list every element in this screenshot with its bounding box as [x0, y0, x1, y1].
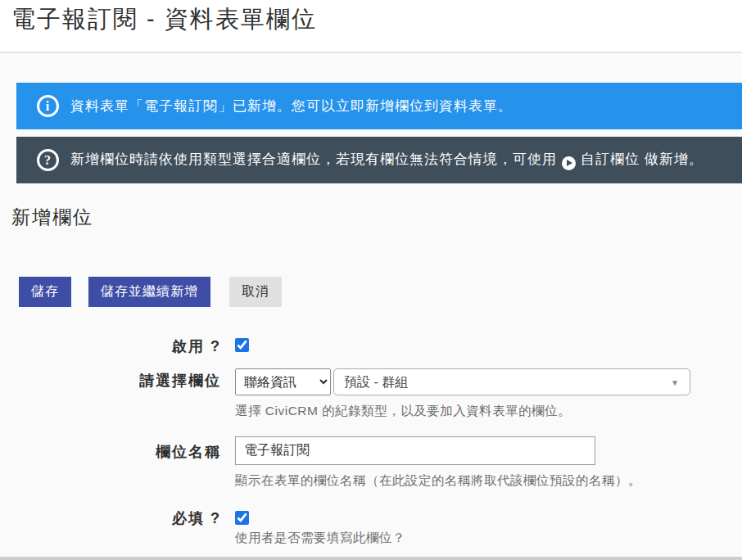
help-text-after: 做新增。 — [645, 151, 704, 167]
field-name-input[interactable] — [235, 436, 595, 465]
field-name-help: 顯示在表單的欄位名稱（在此設定的名稱將取代該欄位預設的名稱）。 — [235, 472, 641, 490]
required-checkbox[interactable] — [235, 511, 249, 525]
chevron-down-icon: ▼ — [671, 369, 679, 396]
help-message-text: 新增欄位時請依使用類型選擇合適欄位，若現有欄位無法符合情境，可使用自訂欄位做新增… — [70, 150, 704, 170]
field-select-help: 選擇 CiviCRM 的紀錄類型，以及要加入資料表單的欄位。 — [235, 403, 571, 420]
help-text-before: 新增欄位時請依使用類型選擇合適欄位，若現有欄位無法符合情境，可使用 — [70, 151, 557, 167]
field-select-label: 請選擇欄位 — [0, 371, 221, 391]
status-message-banner: i 資料表單「電子報訂閱」已新增。您可以立即新增欄位到資料表單。 — [16, 83, 742, 129]
info-circle-icon: i — [37, 95, 59, 117]
field-select-dropdown[interactable]: 預設 - 群組 ▼ — [333, 368, 690, 395]
required-help: 使用者是否需要填寫此欄位？ — [235, 530, 405, 547]
save-and-new-button[interactable]: 儲存並繼續新增 — [88, 277, 210, 307]
field-select-value: 預設 - 群組 — [344, 375, 408, 389]
page-header: 電子報訂閱 - 資料表單欄位 — [0, 0, 742, 53]
enabled-label: 啟用 ? — [0, 336, 221, 356]
form-actions-toolbar: 儲存 儲存並繼續新增 取消 — [19, 277, 282, 307]
bottom-divider — [0, 557, 742, 560]
save-button[interactable]: 儲存 — [19, 277, 71, 307]
question-circle-icon: ? — [37, 149, 59, 171]
enabled-checkbox[interactable] — [235, 338, 249, 352]
page-title: 電子報訂閱 - 資料表單欄位 — [11, 2, 317, 36]
cancel-button[interactable]: 取消 — [229, 277, 282, 307]
profile-field-page: 電子報訂閱 - 資料表單欄位 i 資料表單「電子報訂閱」已新增。您可以立即新增欄… — [0, 0, 742, 560]
field-name-label: 欄位名稱 — [0, 442, 221, 462]
required-label: 必填 ? — [0, 508, 221, 528]
status-message-text: 資料表單「電子報訂閱」已新增。您可以立即新增欄位到資料表單。 — [70, 97, 513, 115]
record-type-select[interactable]: 聯絡資訊 — [235, 368, 331, 395]
custom-field-link[interactable]: 自訂欄位 — [581, 151, 640, 167]
play-circle-icon — [562, 156, 576, 170]
help-message-banner: ? 新增欄位時請依使用類型選擇合適欄位，若現有欄位無法符合情境，可使用自訂欄位做… — [16, 137, 742, 183]
section-heading-add-field: 新增欄位 — [11, 205, 93, 230]
